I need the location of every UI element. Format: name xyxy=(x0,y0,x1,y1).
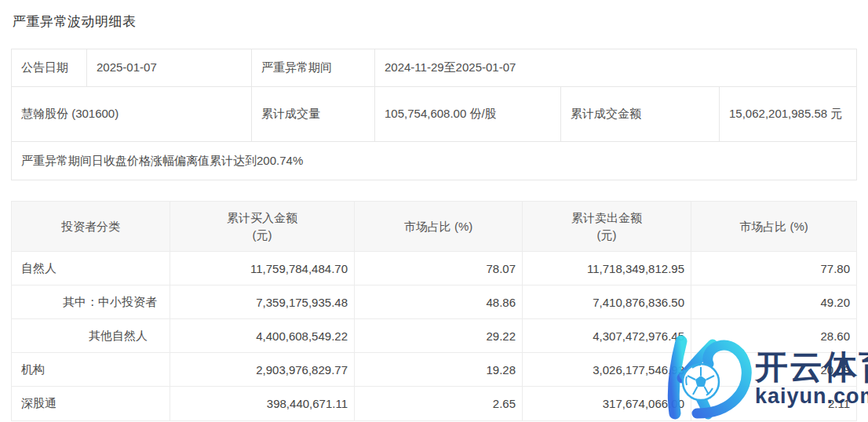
sell-pct: 28.60 xyxy=(691,319,856,352)
turnover-value: 15,062,201,985.58 元 xyxy=(720,87,856,141)
header-sell-pct: 市场占比 (%) xyxy=(691,202,856,251)
table-row: 机构 2,903,976,829.77 19.28 3,026,177,546.… xyxy=(12,353,856,387)
buy-amount: 11,759,784,484.70 xyxy=(170,252,355,285)
table-row: 其中：中小投资者 7,359,175,935.48 48.86 7,410,87… xyxy=(12,286,856,319)
report-page: 严重异常波动明细表 公告日期 2025-01-07 严重异常期间 2024-11… xyxy=(0,0,868,422)
buy-amount: 4,400,608,549.22 xyxy=(170,319,355,352)
header-category: 投资者分类 xyxy=(12,202,170,251)
summary-table: 公告日期 2025-01-07 严重异常期间 2024-11-29至2025-0… xyxy=(11,49,857,180)
buy-pct: 2.65 xyxy=(355,387,523,420)
stock-name: 慧翰股份 (301600) xyxy=(12,87,252,141)
table-row: 慧翰股份 (301600) 累计成交量 105,754,608.00 份/股 累… xyxy=(12,87,856,142)
announce-date-label: 公告日期 xyxy=(12,49,87,86)
investor-category: 其中：中小投资者 xyxy=(12,286,170,318)
deviation-note: 严重异常期间日收盘价格涨幅偏离值累计达到200.74% xyxy=(12,142,856,180)
sell-pct: 77.80 xyxy=(691,252,856,285)
sell-amount: 7,410,876,836.50 xyxy=(523,286,691,318)
sell-amount: 3,026,177,546.93 xyxy=(523,353,691,386)
table-header-row: 投资者分类 累计买入金额 (元) 市场占比 (%) 累计卖出金额 (元) 市场占… xyxy=(12,202,856,252)
page-title: 严重异常波动明细表 xyxy=(13,13,137,31)
table-row: 深股通 398,440,671.11 2.65 317,674,066.00 2… xyxy=(12,387,856,420)
buy-pct: 29.22 xyxy=(355,319,523,352)
sell-pct: 20.09 xyxy=(691,353,856,386)
investor-category: 机构 xyxy=(12,353,170,386)
buy-pct: 19.28 xyxy=(355,353,523,386)
table-row: 严重异常期间日收盘价格涨幅偏离值累计达到200.74% xyxy=(12,142,856,180)
buy-amount: 7,359,175,935.48 xyxy=(170,286,355,318)
buy-pct: 48.86 xyxy=(355,286,523,318)
sell-amount: 317,674,066.00 xyxy=(523,387,691,420)
header-buy-pct: 市场占比 (%) xyxy=(355,202,523,251)
sell-amount: 11,718,349,812.95 xyxy=(523,252,691,285)
buy-amount: 2,903,976,829.77 xyxy=(170,353,355,386)
sell-pct: 49.20 xyxy=(691,286,856,318)
announce-date-value: 2025-01-07 xyxy=(87,49,252,86)
table-row: 自然人 11,759,784,484.70 78.07 11,718,349,8… xyxy=(12,252,856,286)
abnormal-period-label: 严重异常期间 xyxy=(252,49,375,86)
buy-amount: 398,440,671.11 xyxy=(170,387,355,420)
volume-label: 累计成交量 xyxy=(252,87,375,141)
table-row: 其他自然人 4,400,608,549.22 29.22 4,307,472,9… xyxy=(12,319,856,353)
volume-value: 105,754,608.00 份/股 xyxy=(375,87,561,141)
table-row: 公告日期 2025-01-07 严重异常期间 2024-11-29至2025-0… xyxy=(12,49,856,87)
investor-category: 自然人 xyxy=(12,252,170,285)
sell-pct: 2.11 xyxy=(691,387,856,420)
investor-category: 其他自然人 xyxy=(12,319,170,352)
turnover-label: 累计成交金额 xyxy=(561,87,720,141)
investor-category: 深股通 xyxy=(12,387,170,420)
buy-pct: 78.07 xyxy=(355,252,523,285)
investor-table: 投资者分类 累计买入金额 (元) 市场占比 (%) 累计卖出金额 (元) 市场占… xyxy=(11,201,857,421)
sell-amount: 4,307,472,976.45 xyxy=(523,319,691,352)
header-sell-amount: 累计卖出金额 (元) xyxy=(523,202,691,251)
abnormal-period-value: 2024-11-29至2025-01-07 xyxy=(375,49,856,86)
header-buy-amount: 累计买入金额 (元) xyxy=(170,202,355,251)
